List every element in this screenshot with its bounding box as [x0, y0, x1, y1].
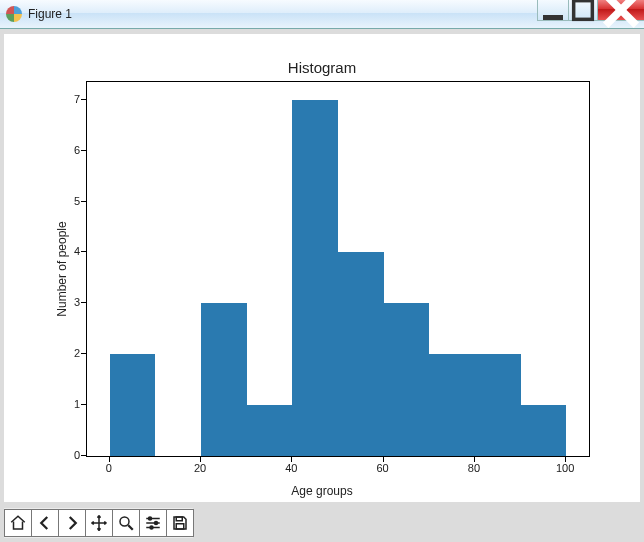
svg-rect-9 [176, 524, 184, 529]
chart-title: Histogram [4, 59, 640, 76]
save-button[interactable] [166, 509, 194, 537]
histogram-bar [429, 354, 475, 456]
svg-point-5 [149, 517, 152, 520]
svg-rect-1 [574, 1, 593, 20]
window-titlebar: Figure 1 [0, 0, 644, 29]
x-tick-label: 60 [377, 462, 389, 474]
y-tick-label: 0 [64, 449, 80, 461]
x-axis-label: Age groups [4, 484, 640, 498]
plot-area [86, 81, 590, 457]
back-button[interactable] [31, 509, 59, 537]
zoom-button[interactable] [112, 509, 140, 537]
home-button[interactable] [4, 509, 32, 537]
svg-rect-8 [176, 517, 182, 521]
maximize-button[interactable] [568, 0, 597, 21]
histogram-bar [110, 354, 156, 456]
x-tick-label: 40 [285, 462, 297, 474]
histogram-bar [338, 252, 384, 456]
x-tick-label: 20 [194, 462, 206, 474]
y-tick-label: 3 [64, 296, 80, 308]
pan-button[interactable] [85, 509, 113, 537]
x-tick-label: 80 [468, 462, 480, 474]
matplotlib-toolbar [4, 508, 193, 538]
y-tick-label: 1 [64, 398, 80, 410]
histogram-bar [521, 405, 567, 456]
y-tick-label: 6 [64, 144, 80, 156]
app-icon [6, 6, 22, 22]
y-tick-label: 7 [64, 93, 80, 105]
configure-subplots-button[interactable] [139, 509, 167, 537]
minimize-button[interactable] [537, 0, 568, 21]
y-tick-label: 5 [64, 195, 80, 207]
figure-canvas: Histogram Number of people Age groups 02… [4, 34, 640, 502]
forward-button[interactable] [58, 509, 86, 537]
svg-point-4 [120, 517, 129, 526]
histogram-bar [384, 303, 430, 456]
histogram-bar [247, 405, 293, 456]
x-tick-label: 100 [556, 462, 574, 474]
window-title: Figure 1 [28, 7, 72, 21]
x-tick-label: 0 [106, 462, 112, 474]
svg-point-7 [150, 526, 153, 529]
histogram-bar [292, 100, 338, 456]
y-tick-label: 2 [64, 347, 80, 359]
histogram-bar [201, 303, 247, 456]
close-button[interactable] [597, 0, 644, 21]
histogram-bar [475, 354, 521, 456]
y-tick-label: 4 [64, 245, 80, 257]
svg-point-6 [155, 522, 158, 525]
